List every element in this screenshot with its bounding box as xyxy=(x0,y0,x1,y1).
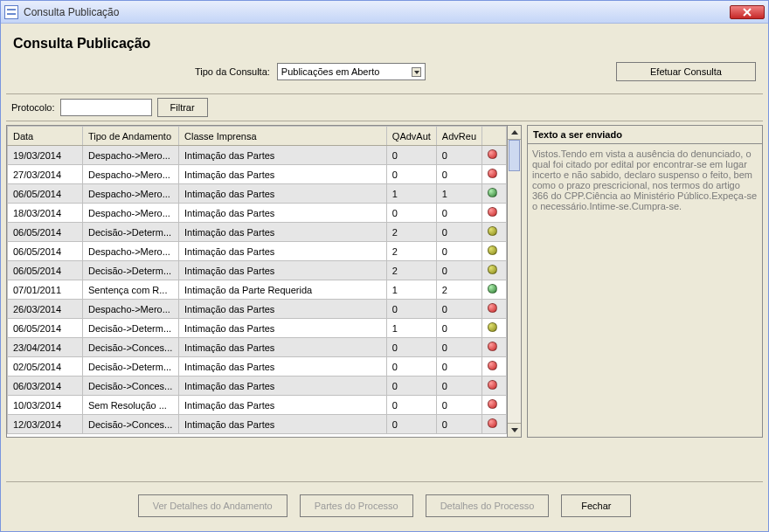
cell-data: 19/03/2014 xyxy=(8,146,83,165)
cell-data: 02/05/2014 xyxy=(8,357,83,377)
status-dot-icon xyxy=(488,245,497,255)
cell-data: 06/05/2014 xyxy=(8,242,83,261)
tipo-consulta-value: Publicações em Aberto xyxy=(281,66,380,77)
cell-qadvaut: 2 xyxy=(386,261,436,280)
cell-status xyxy=(482,357,507,377)
status-dot-icon xyxy=(488,399,497,409)
table-row[interactable]: 02/05/2014Decisão->Determ...Intimação da… xyxy=(8,357,507,377)
cell-tipo: Despacho->Mero... xyxy=(83,146,179,165)
close-icon xyxy=(743,8,752,17)
query-row: Tipo da Consulta: Publicações em Aberto … xyxy=(13,62,756,81)
cell-advreu: 0 xyxy=(436,261,481,280)
cell-advreu: 0 xyxy=(436,357,481,377)
col-header-classe[interactable]: Classe Imprensa xyxy=(179,127,387,146)
cell-advreu: 0 xyxy=(436,377,481,396)
cell-tipo: Despacho->Mero... xyxy=(83,300,179,319)
window-frame: Consulta Publicação Consulta Publicação … xyxy=(0,0,769,532)
cell-tipo: Decisão->Conces... xyxy=(83,415,179,434)
titlebar[interactable]: Consulta Publicação xyxy=(1,1,768,24)
scroll-up-button[interactable] xyxy=(508,126,521,140)
main-area: Data Tipo de Andamento Classe Imprensa Q… xyxy=(6,125,763,438)
cell-status xyxy=(482,146,507,165)
cell-classe: Intimação das Partes xyxy=(179,338,387,357)
grid-scrollbar[interactable] xyxy=(508,125,522,438)
cell-data: 23/04/2014 xyxy=(8,338,83,357)
cell-classe: Intimação das Partes xyxy=(179,204,387,223)
table-row[interactable]: 06/05/2014Despacho->Mero...Intimação das… xyxy=(8,242,507,261)
app-icon xyxy=(4,5,18,19)
table-row[interactable]: 23/04/2014Decisão->Conces...Intimação da… xyxy=(8,338,507,357)
close-button[interactable] xyxy=(730,5,765,19)
table-row[interactable]: 12/03/2014Decisão->Conces...Intimação da… xyxy=(8,415,507,434)
ver-detalhes-andamento-button[interactable]: Ver Detalhes do Andamento xyxy=(138,494,288,517)
grid-wrap: Data Tipo de Andamento Classe Imprensa Q… xyxy=(6,125,522,438)
filter-bar: Protocolo: Filtrar xyxy=(6,93,763,121)
efetuar-consulta-button[interactable]: Efetuar Consulta xyxy=(616,62,756,81)
cell-qadvaut: 0 xyxy=(386,146,436,165)
scroll-thumb[interactable] xyxy=(509,140,520,171)
table-row[interactable]: 06/05/2014Decisão->Determ...Intimação da… xyxy=(8,261,507,280)
filtrar-button[interactable]: Filtrar xyxy=(157,98,208,117)
table-row[interactable]: 19/03/2014Despacho->Mero...Intimação das… xyxy=(8,146,507,165)
detalhes-processo-button[interactable]: Detalhes do Processo xyxy=(426,494,550,517)
cell-status xyxy=(482,338,507,357)
cell-classe: Intimação das Partes xyxy=(179,377,387,396)
col-header-tipo[interactable]: Tipo de Andamento xyxy=(83,127,179,146)
cell-data: 06/03/2014 xyxy=(8,377,83,396)
cell-qadvaut: 2 xyxy=(386,242,436,261)
cell-tipo: Decisão->Conces... xyxy=(83,377,179,396)
col-header-data[interactable]: Data xyxy=(8,127,83,146)
cell-tipo: Despacho->Mero... xyxy=(83,165,179,184)
col-header-qadvaut[interactable]: QAdvAut xyxy=(386,127,436,146)
cell-advreu: 0 xyxy=(436,223,481,242)
cell-tipo: Decisão->Determ... xyxy=(83,223,179,242)
caret-down-icon xyxy=(511,428,518,432)
fechar-button[interactable]: Fechar xyxy=(561,494,631,517)
cell-qadvaut: 0 xyxy=(386,415,436,434)
tipo-consulta-select[interactable]: Publicações em Aberto xyxy=(277,63,426,80)
cell-tipo: Despacho->Mero... xyxy=(83,242,179,261)
cell-data: 27/03/2014 xyxy=(8,165,83,184)
status-dot-icon xyxy=(488,361,497,370)
cell-tipo: Decisão->Determ... xyxy=(83,319,179,338)
table-row[interactable]: 07/01/2011Sentença com R...Intimação da … xyxy=(8,280,507,300)
cell-data: 26/03/2014 xyxy=(8,300,83,319)
cell-classe: Intimação das Partes xyxy=(179,357,387,377)
cell-qadvaut: 0 xyxy=(386,357,436,377)
protocolo-input[interactable] xyxy=(60,99,152,116)
col-header-status[interactable] xyxy=(482,127,507,146)
scroll-down-button[interactable] xyxy=(508,423,521,437)
cell-status xyxy=(482,280,507,300)
table-row[interactable]: 26/03/2014Despacho->Mero...Intimação das… xyxy=(8,300,507,319)
status-dot-icon xyxy=(488,284,497,294)
cell-tipo: Decisão->Conces... xyxy=(83,338,179,357)
table-row[interactable]: 06/05/2014Despacho->Mero...Intimação das… xyxy=(8,184,507,204)
table-row[interactable]: 06/03/2014Decisão->Conces...Intimação da… xyxy=(8,377,507,396)
spacer-strip xyxy=(6,438,763,481)
texto-enviado-textarea[interactable] xyxy=(527,143,763,438)
status-dot-icon xyxy=(488,226,497,236)
caret-up-icon xyxy=(511,130,518,135)
col-header-advreu[interactable]: AdvReu xyxy=(436,127,481,146)
scroll-track[interactable] xyxy=(508,140,521,423)
cell-status xyxy=(482,242,507,261)
side-panel: Texto a ser enviado xyxy=(527,125,763,438)
table-row[interactable]: 10/03/2014Sem Resolução ...Intimação das… xyxy=(8,396,507,415)
cell-qadvaut: 1 xyxy=(386,184,436,204)
header-panel: Consulta Publicação Tipo da Consulta: Pu… xyxy=(6,29,763,90)
cell-data: 12/03/2014 xyxy=(8,415,83,434)
partes-processo-button[interactable]: Partes do Processo xyxy=(300,494,413,517)
table-row[interactable]: 06/05/2014Decisão->Determ...Intimação da… xyxy=(8,319,507,338)
table-row[interactable]: 18/03/2014Despacho->Mero...Intimação das… xyxy=(8,204,507,223)
cell-advreu: 0 xyxy=(436,146,481,165)
cell-advreu: 0 xyxy=(436,415,481,434)
cell-data: 06/05/2014 xyxy=(8,319,83,338)
protocolo-label: Protocolo: xyxy=(11,102,55,113)
table-row[interactable]: 27/03/2014Despacho->Mero...Intimação das… xyxy=(8,165,507,184)
table-row[interactable]: 06/05/2014Decisão->Determ...Intimação da… xyxy=(8,223,507,242)
cell-qadvaut: 0 xyxy=(386,300,436,319)
cell-classe: Intimação das Partes xyxy=(179,146,387,165)
cell-advreu: 0 xyxy=(436,204,481,223)
cell-classe: Intimação das Partes xyxy=(179,242,387,261)
results-grid[interactable]: Data Tipo de Andamento Classe Imprensa Q… xyxy=(6,125,508,438)
